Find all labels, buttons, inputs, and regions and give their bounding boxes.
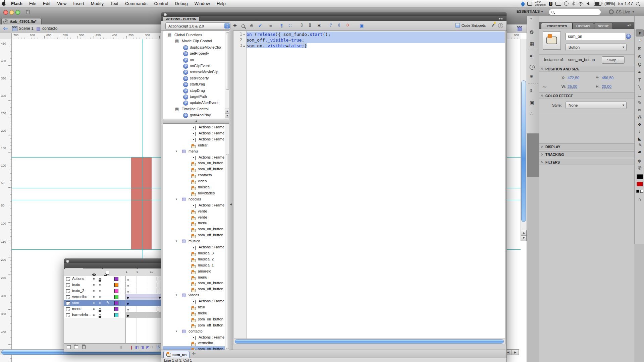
navigator-item[interactable]: amarelo [163, 268, 229, 274]
menu-text[interactable]: Text [107, 1, 122, 6]
menu-flash[interactable]: Flash [8, 1, 26, 6]
layer-lock-dot[interactable] [99, 284, 101, 286]
section-display[interactable]: ▷DISPLAY [539, 143, 634, 149]
volume-icon[interactable] [586, 2, 591, 6]
layer-visibility-dot[interactable] [93, 290, 95, 292]
layer-row-som[interactable]: som✎ [64, 300, 163, 306]
section-tracking[interactable]: ▷TRACKING [539, 151, 634, 157]
layer-lock-dot[interactable] [99, 302, 101, 304]
add-script-icon[interactable]: ✚ [233, 23, 237, 28]
layer-frames[interactable] [125, 282, 163, 288]
onion-skin-outlines-icon[interactable]: ◨ [141, 345, 144, 350]
selection-tool-icon[interactable]: ➤ [636, 29, 644, 37]
navigator-item[interactable]: ▼▨menu [163, 148, 229, 154]
layer-lock-icon[interactable] [99, 310, 101, 312]
navigator-item[interactable]: Actions : Frame [163, 136, 229, 142]
navigator-item[interactable]: menu [163, 275, 229, 280]
navigator-item[interactable]: Actions : Frame [163, 244, 229, 250]
line-tool-icon[interactable]: ╲ [636, 84, 644, 91]
layer-outline-swatch[interactable] [114, 307, 118, 311]
back-arrow-button[interactable]: ⇦ [3, 25, 8, 32]
menu-debug[interactable]: Debug [171, 1, 191, 6]
navigator-item[interactable]: som_on_button [163, 226, 229, 232]
code-line[interactable]: som_on._visible=false;} [247, 43, 505, 49]
spray-brush-tool-icon[interactable]: ⁂ [636, 114, 644, 121]
new-layer-button[interactable] [67, 345, 71, 350]
transform-panel-icon[interactable]: ⊞ [530, 74, 534, 79]
code-editor[interactable]: 1▼23▲ on (release){ som_fundo.start();so… [233, 31, 506, 344]
layer-visibility-dot[interactable] [93, 296, 95, 298]
swap-colors-icon[interactable] [640, 190, 643, 193]
toolbox-item[interactable]: ↗stopDrag [163, 88, 229, 94]
end-frame-icon[interactable] [157, 289, 159, 293]
scroll-right-button[interactable]: ▶ [512, 350, 519, 355]
menu-window[interactable]: Window [191, 1, 213, 6]
show-code-hint-icon[interactable]: ¶ [280, 23, 283, 28]
components-panel-icon[interactable]: ▣ [530, 100, 534, 105]
style-dropdown[interactable]: None▼ [566, 102, 627, 109]
navigator-item[interactable]: som_off_button [163, 322, 229, 328]
workspace-switcher[interactable]: ESSENTIALS ▼ [517, 9, 543, 13]
fold-arrow-icon[interactable]: ▼ [243, 32, 245, 37]
layer-visibility-dot[interactable] [93, 314, 95, 316]
navigator-item[interactable]: musica_3 [163, 250, 229, 256]
document-close-icon[interactable]: ✕ [3, 19, 8, 24]
toolbox-item[interactable]: ↗on [163, 57, 229, 63]
menu-commands[interactable]: Commands [122, 1, 151, 6]
check-syntax-icon[interactable]: ✔ [258, 23, 262, 28]
search-input[interactable] [549, 9, 601, 15]
layer-outline-swatch[interactable] [114, 301, 118, 305]
toolbox-item[interactable]: ▤Global Functions [163, 32, 229, 38]
collapse-dock-icon[interactable]: « [530, 17, 532, 20]
layer-row-vermelho[interactable]: vermelho [64, 294, 163, 300]
tree-splitter[interactable]: ▲ [163, 119, 229, 124]
remove-comment-icon[interactable]: (x [346, 23, 349, 27]
navigator-item[interactable]: Actions : Frame [163, 335, 229, 340]
black-white-icon[interactable] [636, 190, 639, 193]
navigator-item[interactable]: menu [163, 220, 229, 226]
swatches-panel-icon[interactable]: ▦ [530, 41, 534, 46]
spotlight-icon[interactable] [636, 2, 639, 5]
tab-properties[interactable]: PROPERTIES [541, 23, 573, 29]
subselection-tool-icon[interactable]: ➤ [636, 37, 644, 44]
layer-row-Actions[interactable]: Actions [64, 276, 163, 282]
layer-name[interactable]: Actions [72, 277, 84, 281]
section-filters[interactable]: ▷FILTERS [539, 159, 634, 165]
bone-tool-icon[interactable]: ≀ [636, 128, 644, 135]
center-frame-icon[interactable]: ❙ [130, 345, 133, 350]
column-splitter[interactable]: ◀ [229, 31, 233, 362]
onion-skin-icon[interactable]: ◧ [135, 345, 139, 350]
layer-frames[interactable] [125, 288, 163, 294]
stage-vertical-scrollbar[interactable]: ▲ ▼ [521, 39, 527, 241]
stroke-color-swatch[interactable] [637, 174, 643, 179]
eraser-tool-icon[interactable]: ▰ [636, 148, 644, 155]
breadcrumb-symbol[interactable]: contacto [42, 26, 57, 31]
expand-arrow-icon[interactable]: ▼ [175, 150, 178, 153]
panel-grip[interactable]: ⫴ [120, 345, 122, 350]
navigator-item[interactable]: ▼▨videos [163, 292, 229, 298]
swap-button[interactable]: Swap... [602, 56, 625, 64]
tab-scene[interactable]: SCENE [594, 23, 613, 29]
layer-name[interactable]: vermelho [72, 295, 87, 299]
panel-menu-icon[interactable]: ▾≡ [627, 23, 632, 27]
layer-name[interactable]: barradefu... [72, 313, 91, 317]
end-frame-icon[interactable] [157, 307, 159, 311]
end-frame-icon[interactable] [157, 283, 159, 287]
keyframe-icon[interactable] [127, 303, 129, 305]
menu-control[interactable]: Control [151, 1, 171, 6]
navigator-item[interactable]: Actions : Frame [163, 130, 229, 136]
dropbox-icon[interactable] [521, 1, 525, 5]
apply-line-comment-icon[interactable]: (| [338, 23, 340, 27]
scroll-down-button[interactable]: ▼ [521, 235, 527, 241]
menu-modify[interactable]: Modify [88, 1, 107, 6]
layer-lock-icon[interactable] [99, 316, 101, 318]
fill-color-swatch[interactable] [637, 182, 643, 186]
collapse-selection-icon[interactable]: [] [309, 23, 311, 27]
layer-visibility-dot[interactable] [93, 302, 95, 304]
toolbox-item[interactable]: ↗removeMovieClip [163, 69, 229, 75]
actions-panel-tab[interactable]: ACTIONS - BUTTON [163, 16, 200, 21]
toolbox-item[interactable]: ▤Timeline Control [163, 106, 229, 112]
layer-row-menu[interactable]: menu [64, 306, 163, 312]
deco-tool-icon[interactable]: ❖ [636, 121, 644, 128]
navigator-item[interactable]: som_on_button [163, 316, 229, 322]
